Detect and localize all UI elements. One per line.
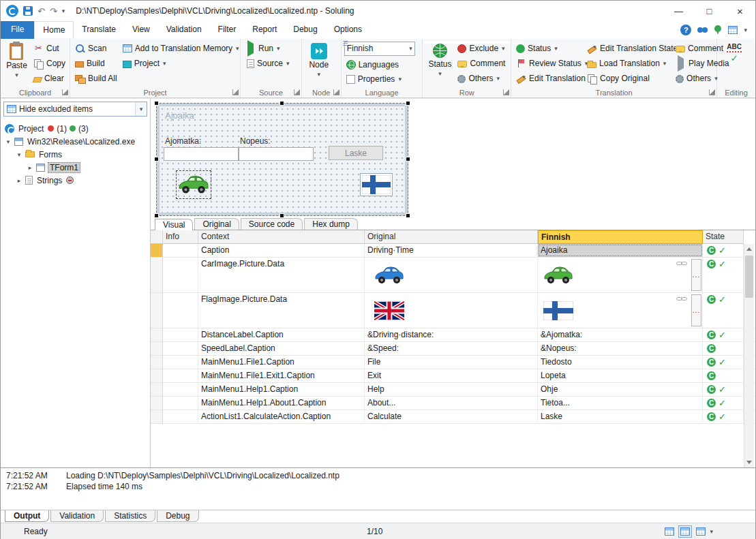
tab-filter[interactable]: Filter	[210, 21, 245, 39]
table-row[interactable]: MainMenu1.File1.Exit1.Caption Exit Lopet…	[151, 369, 755, 383]
selection-handle[interactable]	[279, 213, 284, 218]
expand-icon[interactable]: ▸	[16, 177, 22, 184]
help-icon[interactable]: ?	[680, 25, 691, 35]
car-image-preview[interactable]	[176, 170, 211, 199]
form-canvas[interactable]: Ajoaika Ajomatka: Nopeus: Laske	[160, 106, 405, 213]
translation-status-button[interactable]: Status▾	[514, 41, 584, 56]
open-editor-button[interactable]: ...	[691, 259, 701, 291]
tab-hex-dump[interactable]: Hex dump	[304, 218, 358, 230]
copy-original-button[interactable]: Copy Original	[585, 71, 672, 86]
header-original[interactable]: Original	[365, 230, 538, 244]
tab-view[interactable]: View	[124, 21, 158, 39]
build-button[interactable]: Build	[73, 56, 119, 71]
selection-handle[interactable]	[406, 213, 410, 218]
binoculars-icon[interactable]	[697, 25, 708, 35]
tree-item-strings[interactable]: ▸ Strings	[1, 174, 150, 187]
filter-dropdown-icon[interactable]: ▾	[135, 102, 147, 116]
tab-home[interactable]: Home	[34, 21, 74, 39]
copy-button[interactable]: Copy	[31, 56, 67, 71]
app-logo-icon[interactable]	[6, 5, 18, 17]
distance-input[interactable]	[164, 147, 239, 161]
node-button[interactable]: Node ▾	[305, 41, 333, 87]
table-row[interactable]: DistanceLabel.Caption &Driving·distance:…	[151, 328, 755, 342]
undo-icon[interactable]: ↶	[37, 6, 45, 16]
edit-translation-button[interactable]: Edit Translation	[514, 71, 584, 86]
speed-input[interactable]	[239, 147, 314, 161]
selected-view-box[interactable]	[678, 525, 692, 538]
header-info[interactable]: Info	[163, 230, 198, 244]
add-to-translation-memory-button[interactable]: Add to Translation Memory▾	[121, 41, 241, 56]
tab-validation-panel[interactable]: Validation	[50, 510, 104, 522]
tab-report[interactable]: Report	[244, 21, 285, 39]
row-dialog-launcher-icon[interactable]	[503, 89, 509, 95]
tab-statistics[interactable]: Statistics	[105, 510, 155, 522]
vertical-scrollbar[interactable]	[744, 244, 754, 467]
selection-handle[interactable]	[406, 157, 410, 161]
tab-validation[interactable]: Validation	[158, 21, 210, 39]
expand-icon[interactable]: ▸	[27, 164, 33, 171]
row-comment-button[interactable]: Comment	[455, 56, 507, 71]
close-button[interactable]: ×	[725, 1, 755, 21]
header-finnish[interactable]: Finnish	[538, 230, 703, 244]
selection-handle[interactable]	[154, 213, 159, 218]
project-dialog-launcher-icon[interactable]	[232, 89, 239, 95]
header-context[interactable]: Context	[198, 230, 365, 244]
original-image-cell[interactable]	[365, 293, 538, 328]
paste-button[interactable]: Paste ▾	[3, 41, 30, 87]
tab-options[interactable]: Options	[326, 21, 370, 39]
translation-image-cell[interactable]: ...	[538, 293, 703, 328]
selection-handle[interactable]	[279, 101, 284, 106]
load-translation-button[interactable]: Load Translation▾	[585, 56, 672, 71]
tree-item-tform1[interactable]: ▸ TForm1	[1, 161, 150, 174]
source-dialog-launcher-icon[interactable]	[294, 89, 300, 95]
clipboard-dialog-launcher-icon[interactable]	[62, 89, 68, 95]
spell-check-button[interactable]: ABC ✓	[720, 41, 749, 87]
clear-button[interactable]: Clear	[31, 71, 67, 86]
languages-button[interactable]: Languages	[344, 57, 415, 72]
tree-item-project[interactable]: Project (1) (3)	[1, 122, 150, 135]
table-row[interactable]: FlagImage.Picture.Data	[151, 293, 755, 328]
cut-button[interactable]: ✂Cut	[31, 41, 67, 56]
location-pin-icon[interactable]	[714, 25, 722, 35]
scroll-down-icon[interactable]	[744, 457, 754, 467]
build-all-button[interactable]: Build All	[73, 71, 119, 86]
original-image-cell[interactable]	[365, 258, 538, 292]
tab-source-code[interactable]: Source code	[241, 218, 303, 230]
save-icon[interactable]	[23, 6, 33, 16]
scrollbar-thumb[interactable]	[745, 256, 753, 298]
distance-label[interactable]: Ajomatka:	[165, 136, 201, 146]
tree-item-exe[interactable]: ▾ Win32\Release\Localized.exe	[1, 135, 150, 148]
tree-item-forms[interactable]: ▾ Forms	[1, 148, 150, 161]
language-properties-button[interactable]: Properties▾	[344, 72, 415, 87]
table-row[interactable]: MainMenu1.Help1.Caption Help Ohje C✓	[151, 383, 755, 397]
tab-file[interactable]: File	[1, 21, 34, 39]
project-button[interactable]: Project▾	[121, 56, 241, 71]
tab-translate[interactable]: Translate	[74, 21, 124, 39]
translation-image-cell[interactable]: ...	[538, 258, 703, 292]
maximize-button[interactable]: □	[694, 1, 725, 21]
header-state[interactable]: State	[703, 230, 744, 244]
tab-debug[interactable]: Debug	[285, 21, 325, 39]
source-button[interactable]: Source▾	[243, 56, 292, 71]
tab-visual[interactable]: Visual	[155, 219, 193, 230]
form-designer-preview[interactable]: Ajoaika Ajomatka: Nopeus: Laske	[156, 103, 408, 216]
calculate-button-preview[interactable]: Laske	[329, 146, 383, 160]
table-row[interactable]: SpeedLabel.Caption &Speed: &Nopeus: C	[151, 342, 755, 356]
table-row[interactable]: MainMenu1.Help1.About1.Caption About... …	[151, 397, 755, 410]
selection-handle[interactable]	[154, 101, 159, 106]
layout-grid-icon[interactable]	[728, 26, 738, 34]
view-dropdown-icon[interactable]: ▾	[710, 528, 713, 535]
language-select[interactable]: Finnish▾	[344, 42, 415, 56]
row-others-button[interactable]: Others▾	[455, 71, 507, 86]
customize-quick-access-icon[interactable]: ▾	[62, 7, 65, 14]
translation-dialog-launcher-icon[interactable]	[709, 89, 715, 95]
row-status-button[interactable]: Status ▾	[425, 41, 454, 87]
node-dialog-launcher-icon[interactable]	[333, 89, 339, 95]
speed-label[interactable]: Nopeus:	[240, 136, 271, 146]
tree-filter-select[interactable]: Hide excluded items ▾	[3, 102, 147, 117]
minimize-button[interactable]: —	[663, 1, 694, 21]
run-button[interactable]: Run▾	[243, 41, 292, 56]
review-status-button[interactable]: Review Status▾	[514, 56, 584, 71]
selection-handle[interactable]	[154, 157, 159, 161]
table-row[interactable]: CarImage.Picture.Data	[151, 258, 755, 293]
